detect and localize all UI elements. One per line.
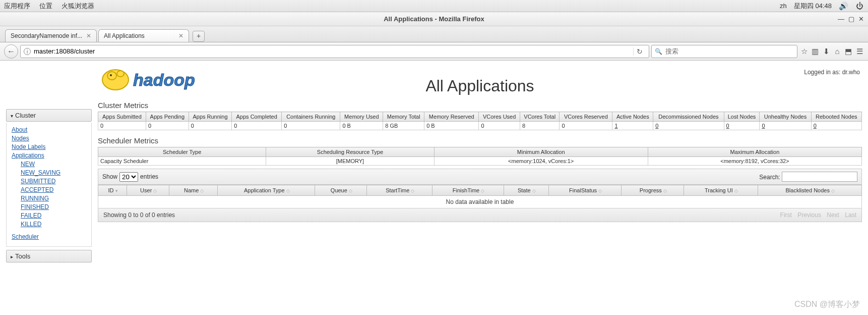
unhealthy-nodes-link[interactable]: 0 xyxy=(760,122,811,130)
th-id[interactable]: ID▾ xyxy=(98,185,127,196)
page-prev[interactable]: Previous xyxy=(797,212,821,219)
sidebar-header-cluster[interactable]: ▾Cluster xyxy=(6,109,92,122)
sidebar-link-finished[interactable]: FINISHED xyxy=(21,203,86,212)
lang-indicator[interactable]: zh xyxy=(780,2,787,10)
table-info: Showing 0 to 0 of 0 entries xyxy=(103,212,175,219)
th-containers-running: Containers Running xyxy=(282,112,340,122)
no-data-message: No data available in table xyxy=(98,196,862,208)
tab-strip: SecondaryNamenode inf... ✕ All Applicati… xyxy=(0,26,868,42)
refresh-icon[interactable]: ↻ xyxy=(633,47,646,56)
menu-icon[interactable]: ☰ xyxy=(855,47,864,56)
sidebar-link-submitted[interactable]: SUBMITTED xyxy=(21,177,86,186)
places-menu[interactable]: 位置 xyxy=(39,2,52,11)
th-start[interactable]: StartTime◇ xyxy=(367,185,432,196)
firefox-menu[interactable]: 火狐浏览器 xyxy=(61,2,94,11)
new-tab-button[interactable]: + xyxy=(193,31,205,42)
sidebar-link-killed[interactable]: KILLED xyxy=(21,220,86,229)
sidebar-link-running[interactable]: RUNNING xyxy=(21,194,86,203)
sort-icon: ◇ xyxy=(481,188,483,193)
th-active-nodes: Active Nodes xyxy=(612,112,653,122)
maximize-icon[interactable]: ▢ xyxy=(848,15,854,23)
th-vcores-total: VCores Total xyxy=(520,112,560,122)
svg-text:hadoop: hadoop xyxy=(133,70,195,89)
svg-point-3 xyxy=(110,74,112,76)
window-titlebar: All Applications - Mozilla Firefox — ▢ ✕ xyxy=(0,12,868,26)
th-queue[interactable]: Queue◇ xyxy=(315,185,367,196)
lost-nodes-link[interactable]: 0 xyxy=(724,122,760,130)
page-next[interactable]: Next xyxy=(827,212,839,219)
volume-icon[interactable]: 🔊 xyxy=(839,2,848,11)
sort-icon: ◇ xyxy=(598,188,601,193)
sidebar-link-node-labels[interactable]: Node Labels xyxy=(12,143,86,151)
sidebar-link-about[interactable]: About xyxy=(12,126,86,134)
sidebar-link-failed[interactable]: FAILED xyxy=(21,212,86,220)
th-blacklist[interactable]: Blacklisted Nodes◇ xyxy=(758,185,862,196)
th-apps-pending: Apps Pending xyxy=(146,112,189,122)
cluster-metrics-table: Apps Submitted Apps Pending Apps Running… xyxy=(98,112,862,130)
library-icon[interactable]: ▥ xyxy=(811,47,820,56)
tab-close-icon[interactable]: ✕ xyxy=(178,32,183,39)
entries-select[interactable]: 20 xyxy=(119,172,138,182)
apps-menu[interactable]: 应用程序 xyxy=(4,2,30,11)
th-finish[interactable]: FinishTime◇ xyxy=(432,185,504,196)
page-last[interactable]: Last xyxy=(845,212,856,219)
th-state[interactable]: State◇ xyxy=(504,185,548,196)
tab-close-icon[interactable]: ✕ xyxy=(86,32,91,39)
th-user[interactable]: User◇ xyxy=(127,185,169,196)
back-button[interactable]: ← xyxy=(4,44,18,59)
th-apps-running: Apps Running xyxy=(189,112,232,122)
datatable-footer: Showing 0 to 0 of 0 entries First Previo… xyxy=(98,208,862,222)
section-scheduler-metrics: Scheduler Metrics xyxy=(98,136,862,145)
section-cluster-metrics: Cluster Metrics xyxy=(98,101,862,110)
sidebar-link-accepted[interactable]: ACCEPTED xyxy=(21,186,86,194)
sidebar-link-scheduler[interactable]: Scheduler xyxy=(12,233,86,241)
login-status: Logged in as: dr.who xyxy=(804,69,860,76)
sidebar-header-tools[interactable]: ▸Tools xyxy=(6,250,92,262)
sidebar-link-applications[interactable]: Applications xyxy=(12,151,86,160)
scheduler-metrics-table: Scheduler Type Scheduling Resource Type … xyxy=(98,147,862,166)
datatable-controls: Show 20 entries Search: xyxy=(98,169,862,185)
sort-icon: ▾ xyxy=(115,188,117,193)
search-bar[interactable]: 🔍 xyxy=(651,45,797,58)
info-icon[interactable]: i xyxy=(24,48,31,55)
th-final[interactable]: FinalStatus◇ xyxy=(548,185,622,196)
search-input[interactable] xyxy=(665,47,794,55)
home-icon[interactable]: ⌂ xyxy=(833,47,842,56)
th-decommissioned-nodes: Decommissioned Nodes xyxy=(653,112,724,122)
active-nodes-link[interactable]: 1 xyxy=(612,122,653,130)
sort-icon: ◇ xyxy=(286,188,289,193)
downloads-icon[interactable]: ⬇ xyxy=(822,47,831,56)
sidebar-link-nodes[interactable]: Nodes xyxy=(12,134,86,143)
page-first[interactable]: First xyxy=(780,212,792,219)
browser-toolbar: ← i ↻ 🔍 ☆ ▥ ⬇ ⌂ ⬒ ☰ xyxy=(0,42,868,61)
sidebar-link-new[interactable]: NEW xyxy=(21,160,86,169)
table-row: 0 0 0 0 0 0 B 8 GB 0 B 0 8 0 1 0 0 0 0 xyxy=(98,122,862,130)
sort-icon: ◇ xyxy=(734,188,737,193)
th-name[interactable]: Name◇ xyxy=(169,185,218,196)
bookmark-star-icon[interactable]: ☆ xyxy=(799,47,809,56)
url-bar[interactable]: i ↻ xyxy=(20,45,649,58)
th-lost-nodes: Lost Nodes xyxy=(724,112,760,122)
th-progress[interactable]: Progress◇ xyxy=(622,185,684,196)
th-unhealthy-nodes: Unhealthy Nodes xyxy=(760,112,811,122)
sort-icon: ◇ xyxy=(349,188,351,193)
close-icon[interactable]: ✕ xyxy=(858,15,864,23)
sort-icon: ◇ xyxy=(663,188,666,193)
url-input[interactable] xyxy=(34,47,630,55)
tab-all-applications[interactable]: All Applications ✕ xyxy=(98,29,189,42)
rebooted-nodes-link[interactable]: 0 xyxy=(811,122,861,130)
th-tracking[interactable]: Tracking UI◇ xyxy=(684,185,758,196)
tab-label: All Applications xyxy=(104,32,145,39)
power-icon[interactable]: ⏻ xyxy=(855,2,864,10)
applications-table: ID▾ User◇ Name◇ Application Type◇ Queue◇… xyxy=(98,185,862,196)
pocket-icon[interactable]: ⬒ xyxy=(844,47,853,56)
minimize-icon[interactable]: — xyxy=(838,15,844,23)
tab-secondary-namenode[interactable]: SecondaryNamenode inf... ✕ xyxy=(5,29,97,42)
table-search-input[interactable] xyxy=(782,172,857,182)
sidebar-link-new-saving[interactable]: NEW_SAVING xyxy=(21,169,86,177)
th-app-type[interactable]: Application Type◇ xyxy=(218,185,315,196)
sort-icon: ◇ xyxy=(411,188,413,193)
decommissioned-nodes-link[interactable]: 0 xyxy=(653,122,724,130)
chevron-down-icon: ▾ xyxy=(11,113,13,119)
clock: 星期四 04:48 xyxy=(794,2,832,11)
